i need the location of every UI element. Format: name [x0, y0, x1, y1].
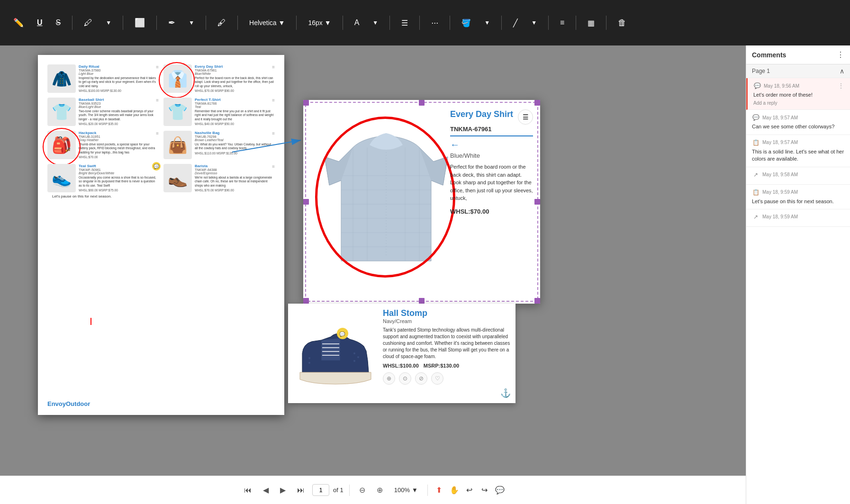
- comment-meta-6: ↗ May 18, 9:59 AM: [752, 213, 844, 221]
- product-sku-nashville: TNKUB-76298: [195, 135, 275, 138]
- product-image-barista: 👞: [163, 164, 192, 192]
- page-number-input[interactable]: [312, 484, 329, 496]
- comment-more-1[interactable]: ⋮: [838, 82, 844, 90]
- comments-collapse-btn[interactable]: ∧: [840, 67, 844, 75]
- product-menu-tshirt[interactable]: ≡: [272, 98, 275, 103]
- shoe-icon-btn-4[interactable]: ♡: [431, 372, 443, 385]
- toolbar-divider-13: [576, 16, 576, 30]
- comment-item-3[interactable]: 📋 May 18, 9:57 AM This is a solid line. …: [746, 135, 850, 167]
- pencil-tool-btn[interactable]: ✏️: [9, 15, 27, 31]
- product-desc-nashville: Us: What do you want? You: Urban Cowboy,…: [195, 143, 275, 151]
- text-tool-btn[interactable]: ⬜: [131, 15, 149, 31]
- shoe-whsl: WHSL:$100.00: [383, 363, 419, 369]
- svg-rect-5: [419, 100, 425, 106]
- line-style-btn[interactable]: ≡: [556, 16, 568, 30]
- zoom-out-btn[interactable]: ⊖: [355, 483, 369, 497]
- product-color-hackpack: Gray Heather: [79, 138, 159, 142]
- toolbar-divider-8: [389, 16, 390, 30]
- toolbar-divider-12: [548, 16, 549, 30]
- comment-item-1[interactable]: 💬 May 18, 9:56 AM ⋮ Let's order more of …: [746, 78, 850, 110]
- comment-icon-3: 📋: [752, 139, 760, 146]
- text-color-dropdown[interactable]: ▼: [369, 17, 382, 29]
- comment-item-5[interactable]: 📋 May 18, 9:59 AM Let's pause on this fo…: [746, 185, 850, 209]
- highlight-tool-btn[interactable]: 🖊: [80, 15, 96, 31]
- product-sku-hackpack: TNKUB-31951: [79, 135, 159, 138]
- pen-dropdown-btn[interactable]: ▼: [185, 17, 198, 29]
- svg-rect-11: [534, 298, 540, 304]
- pen-tool-btn[interactable]: ✒: [164, 15, 179, 31]
- product-menu-teal-swift[interactable]: ≡: [156, 164, 159, 169]
- opacity-btn[interactable]: ▦: [584, 16, 598, 30]
- zoom-level-dropdown[interactable]: 100% ▼: [390, 485, 422, 495]
- svg-point-27: [308, 357, 310, 359]
- more-options-btn[interactable]: ···: [427, 15, 442, 31]
- shoe-icon-btn-1[interactable]: ⊕: [383, 372, 395, 385]
- product-sku-teal-swift: TNKWF-50961: [79, 168, 159, 171]
- comment-tool[interactable]: 💬: [494, 485, 506, 496]
- delete-btn[interactable]: 🗑: [614, 15, 630, 31]
- stroke-dropdown-btn[interactable]: ▼: [527, 17, 541, 29]
- toolbar-divider-6: [296, 16, 297, 30]
- comment-item-4[interactable]: ↗ May 18, 9:58 AM: [746, 167, 850, 185]
- undo-btn[interactable]: ↩: [464, 485, 475, 496]
- nav-first-btn[interactable]: ⏮: [240, 483, 255, 497]
- product-menu-barista[interactable]: ≡: [272, 164, 275, 169]
- font-size-label: 16px: [308, 19, 322, 27]
- dropdown-arrow-1[interactable]: ▼: [102, 17, 115, 29]
- svg-rect-7: [303, 199, 309, 205]
- comment-meta-1: 💬 May 18, 9:56 AM ⋮: [753, 82, 844, 90]
- product-menu-daily-ritual[interactable]: ≡: [156, 64, 159, 70]
- comment-text-3: This is a solid line. Let's see what ot …: [752, 148, 844, 163]
- font-family-dropdown[interactable]: Helvetica ▼: [245, 17, 289, 28]
- main-area: 🧥 Daily Ritual TNKMA-37980 Light Blue In…: [0, 45, 850, 504]
- product-menu-everyday-shirt[interactable]: ≡: [272, 64, 275, 70]
- shoe-icon-btn-2[interactable]: ⊙: [399, 372, 411, 385]
- fill-color-btn[interactable]: 🪣: [458, 16, 475, 30]
- toolbar-divider-11: [501, 16, 502, 30]
- product-menu-hackpack[interactable]: ≡: [156, 131, 159, 136]
- shoe-icon-btn-3[interactable]: ⊘: [415, 372, 427, 385]
- select-cursor-tool[interactable]: ⬆: [434, 485, 445, 496]
- comments-list[interactable]: 💬 May 18, 9:56 AM ⋮ Let's order more of …: [746, 78, 850, 504]
- font-size-dropdown[interactable]: 16px ▼: [304, 17, 335, 28]
- nav-prev-btn[interactable]: ◀: [259, 483, 272, 497]
- svg-rect-4: [303, 100, 309, 106]
- stroke-color-btn[interactable]: ╱: [509, 16, 522, 30]
- nav-next-btn[interactable]: ▶: [276, 483, 289, 497]
- comment-reply-1[interactable]: Add a reply: [753, 100, 844, 106]
- fill-dropdown-btn[interactable]: ▼: [480, 17, 494, 29]
- product-sku-everyday-shirt: TNKMA-67961: [195, 69, 275, 72]
- zoom-in-btn[interactable]: ⊕: [373, 483, 387, 497]
- nav-last-btn[interactable]: ⏭: [293, 483, 308, 497]
- marker-tool-btn[interactable]: 🖋: [214, 15, 230, 31]
- product-desc-tshirt: Remember that one time you put on a shir…: [195, 109, 275, 121]
- shoe-image-area: 💬: [293, 308, 378, 398]
- svg-rect-10: [419, 298, 425, 304]
- document-page: 🧥 Daily Ritual TNKMA-37980 Light Blue In…: [38, 55, 284, 415]
- hand-tool[interactable]: ✋: [449, 485, 460, 496]
- product-item-daily-ritual: 🧥 Daily Ritual TNKMA-37980 Light Blue In…: [47, 64, 159, 93]
- zoom-list-btn[interactable]: ☰: [518, 109, 533, 125]
- product-info-daily-ritual: Daily Ritual TNKMA-37980 Light Blue Insp…: [79, 64, 159, 93]
- align-btn[interactable]: ☰: [398, 16, 412, 30]
- product-price-teal-swift: WHSL:$60.00 MSRP:$75.00: [79, 189, 159, 192]
- product-menu-baseball[interactable]: ≡: [156, 98, 159, 103]
- comment-time-5: May 18, 9:59 AM: [762, 189, 798, 195]
- comment-item-6[interactable]: ↗ May 18, 9:59 AM: [746, 209, 850, 227]
- product-sku-tshirt: TNKMA-81766: [195, 102, 275, 105]
- underline-tool-btn[interactable]: U: [33, 16, 46, 30]
- product-price-barista: WHSL:$70.00 MSRP:$90.00: [195, 189, 275, 192]
- comments-page-bar: Page 1 ∧: [746, 64, 850, 78]
- bottom-sep-1: [349, 485, 350, 496]
- strikethrough-tool-btn[interactable]: S: [52, 16, 65, 30]
- product-price-everyday-shirt: WHSL:$70.00 MSRP:$90.00: [195, 89, 275, 92]
- product-menu-nashville[interactable]: ≡: [272, 131, 275, 136]
- shoe-svg: 💬: [298, 320, 373, 387]
- redo-btn[interactable]: ↪: [479, 485, 490, 496]
- comments-title: Comments: [752, 51, 786, 59]
- text-color-btn[interactable]: A: [351, 16, 363, 30]
- comments-more-btn[interactable]: ⋮: [837, 50, 844, 59]
- comment-item-2[interactable]: 💬 May 18, 9:57 AM Can we see some other …: [746, 110, 850, 135]
- comment-meta-2: 💬 May 18, 9:57 AM: [752, 114, 844, 121]
- brand-name-label: EnvoyOutdoor: [47, 400, 90, 407]
